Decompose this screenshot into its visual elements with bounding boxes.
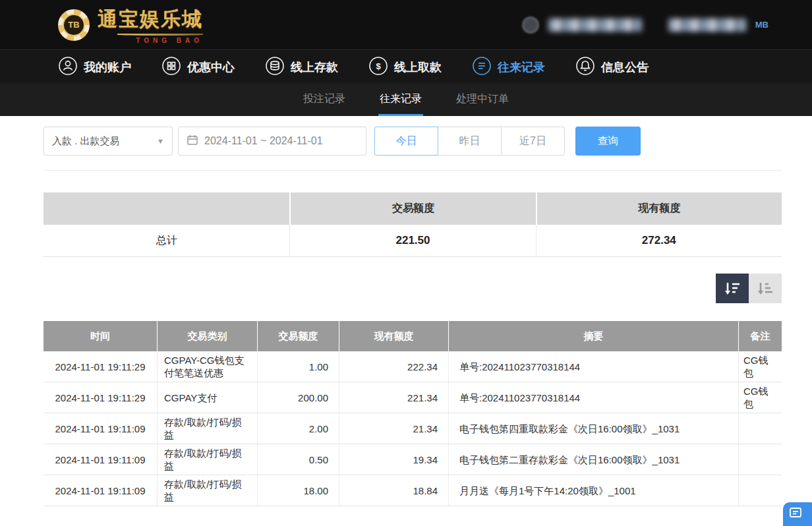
site-subtitle: TONG BAO [98,37,203,44]
col-type: 交易类别 [157,321,257,351]
section-divider [44,170,782,171]
cell-remark: CG钱包 [738,382,782,413]
cell-balance: 222.34 [339,351,448,382]
tab-transaction-records[interactable]: 往来记录 [378,84,423,116]
cell-time: 2024-11-01 19:11:09 [44,444,157,475]
main-nav: 我的账户 优惠中心 线上存款 $ 线上取款 往来记录 信息公告 [0,49,812,84]
query-button[interactable]: 查询 [575,127,641,156]
cell-amount: 0.50 [257,444,339,475]
date-range-value: 2024-11-01 ~ 2024-11-01 [204,135,323,147]
cell-type: 存款/取款/打码/损益 [157,413,257,444]
sort-ascending-button[interactable] [749,274,782,303]
filter-row: 入款 . 出款交易 ▼ 2024-11-01 ~ 2024-11-01 今日 昨… [44,127,782,156]
cell-summary: 单号:202411023770318144 [448,351,738,382]
cell-time: 2024-11-01 19:11:09 [44,413,157,444]
today-button[interactable]: 今日 [374,127,438,156]
svg-text:$: $ [376,61,381,71]
sort-controls [44,274,782,303]
tab-betting-records[interactable]: 投注记录 [302,84,347,116]
col-remark: 备注 [738,321,782,351]
cell-time: 2024-11-01 19:11:29 [44,382,157,413]
sort-descending-button[interactable] [716,274,749,303]
logo-swoosh [117,34,203,36]
chevron-down-icon: ▼ [157,137,164,145]
gift-icon [161,56,181,78]
table-row: 2024-11-01 19:11:09 存款/取款/打码/损益 18.00 18… [44,475,782,506]
summary-header-amount: 交易额度 [289,192,535,225]
masked-balance [668,18,746,32]
col-balance: 现有额度 [339,321,448,351]
calendar-icon [187,134,198,148]
nav-item-announcements[interactable]: 信息公告 [575,56,649,78]
summary-header-balance: 现有额度 [536,192,782,225]
nav-label: 信息公告 [601,59,649,75]
cell-amount: 1.00 [257,351,339,382]
cell-remark [738,444,782,475]
table-header-row: 时间 交易类别 交易额度 现有额度 摘要 备注 [44,321,782,351]
col-time: 时间 [44,321,157,351]
nav-item-online-withdraw[interactable]: $ 线上取款 [368,56,442,78]
cell-amount: 2.00 [257,413,339,444]
casino-chip-icon: TB [58,9,90,41]
currency-badge: MB [755,20,768,30]
logo-text: 通宝娱乐城 TONG BAO [98,6,203,44]
summary-total-row: 总计 221.50 272.34 [44,225,782,257]
site-logo: TB 通宝娱乐城 TONG BAO [58,6,203,44]
cell-remark: CG钱包 [738,351,782,382]
cell-balance: 18.84 [339,475,448,506]
cell-summary: 月月送《每月1号下午14:20领取》_1001 [448,475,738,506]
withdraw-coin-icon: $ [368,56,388,78]
records-icon [472,56,492,78]
bell-icon [575,56,595,78]
cell-balance: 221.34 [339,382,448,413]
cell-remark [738,475,782,506]
table-row: 2024-11-01 19:11:29 CGPAY支付 200.00 221.3… [44,382,782,413]
site-title: 通宝娱乐城 [98,6,203,33]
customer-service-button[interactable] [783,502,812,526]
cell-time: 2024-11-01 19:11:09 [44,475,157,506]
table-row: 2024-11-01 19:11:29 CGPAY-CG钱包支付笔笔送优惠 1.… [44,351,782,382]
top-bar: TB 通宝娱乐城 TONG BAO MB [0,0,812,49]
nav-item-online-deposit[interactable]: 线上存款 [265,56,338,78]
summary-header-row: 交易额度 现有额度 [44,192,782,225]
last7days-button[interactable]: 近7日 [501,127,565,156]
nav-label: 线上取款 [394,59,442,75]
nav-item-my-account[interactable]: 我的账户 [58,56,131,78]
cell-type: 存款/取款/打码/损益 [157,444,257,475]
total-current-balance: 272.34 [536,225,782,256]
summary-header-empty [44,192,289,225]
table-row: 2024-11-01 19:11:09 存款/取款/打码/损益 0.50 19.… [44,444,782,475]
cell-type: 存款/取款/打码/损益 [157,475,257,506]
yesterday-button[interactable]: 昨日 [438,127,502,156]
nav-label: 线上存款 [291,59,338,75]
col-summary: 摘要 [448,321,738,351]
user-icon [58,56,78,78]
cell-balance: 21.34 [339,413,448,444]
summary-table: 交易额度 现有额度 总计 221.50 272.34 [44,192,782,257]
nav-item-transaction-records[interactable]: 往来记录 [472,56,545,78]
nav-label: 优惠中心 [187,59,235,75]
dropdown-value: 入款 . 出款交易 [52,135,120,148]
date-range-picker[interactable]: 2024-11-01 ~ 2024-11-01 [178,127,366,156]
table-row: 2024-11-01 19:11:09 存款/取款/打码/损益 2.00 21.… [44,413,782,444]
cell-balance: 19.34 [339,444,448,475]
transaction-type-dropdown[interactable]: 入款 . 出款交易 ▼ [44,127,173,156]
nav-label: 我的账户 [84,59,131,75]
avatar [522,16,539,34]
cell-time: 2024-11-01 19:11:29 [44,351,157,382]
masked-username [548,18,642,32]
deposit-coin-icon [265,56,285,78]
col-amount: 交易额度 [257,321,339,351]
cell-amount: 18.00 [257,475,339,506]
content-area: 入款 . 出款交易 ▼ 2024-11-01 ~ 2024-11-01 今日 昨… [44,127,782,506]
cell-summary: 电子钱包第二重存款彩金《次日16:00领取》_1031 [448,444,738,475]
cell-remark [738,413,782,444]
nav-item-promotions[interactable]: 优惠中心 [161,56,235,78]
user-zone: MB [522,16,768,34]
record-tabs: 投注记录 往来记录 处理中订单 [0,84,812,116]
chip-monogram: TB [63,14,85,36]
tab-processing-orders[interactable]: 处理中订单 [455,84,510,116]
cell-summary: 单号:202411023770318144 [448,382,738,413]
cell-amount: 200.00 [257,382,339,413]
nav-label: 往来记录 [498,59,545,75]
